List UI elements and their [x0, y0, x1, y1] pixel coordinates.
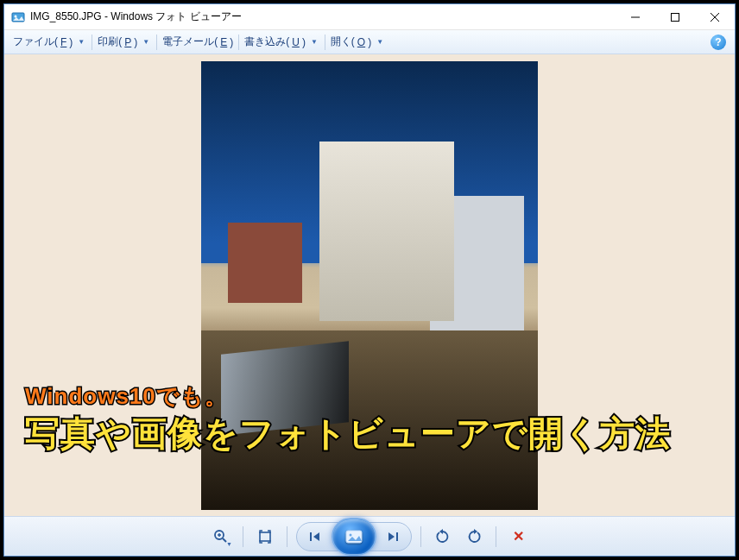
zoom-dropdown-icon: ▼ [226, 541, 232, 547]
menu-burn-dropdown-icon[interactable]: ▼ [309, 38, 323, 46]
next-button[interactable] [378, 524, 407, 550]
toolbar-separator [496, 526, 496, 547]
help-icon[interactable]: ? [711, 35, 726, 50]
menu-separator [92, 35, 92, 50]
menu-print[interactable]: 印刷(P) [94, 32, 141, 52]
window-title: IMG_8550.JPG - Windows フォト ビューアー [30, 9, 616, 24]
menu-file[interactable]: ファイル(F) [9, 32, 76, 52]
minimize-button[interactable] [616, 4, 655, 30]
titlebar: IMG_8550.JPG - Windows フォト ビューアー [4, 4, 735, 30]
fit-button[interactable] [252, 525, 278, 549]
photo-viewer-window: IMG_8550.JPG - Windows フォト ビューアー ファイル(F)… [3, 3, 736, 557]
svg-rect-3 [672, 14, 679, 22]
svg-rect-14 [396, 532, 398, 541]
toolbar-separator [287, 526, 287, 547]
previous-button[interactable] [300, 524, 330, 550]
menu-separator [238, 35, 239, 50]
maximize-button[interactable] [655, 4, 695, 30]
displayed-image [201, 61, 538, 510]
menu-burn[interactable]: 書き込み(U) [241, 32, 309, 52]
menu-separator [156, 35, 157, 50]
delete-icon: ✕ [513, 528, 524, 544]
delete-button[interactable]: ✕ [505, 525, 531, 549]
nav-group [296, 522, 412, 551]
rotate-ccw-button[interactable] [430, 525, 456, 549]
toolbar-separator [243, 526, 243, 547]
menu-email[interactable]: 電子メール(E) [159, 32, 237, 52]
window-controls [616, 4, 735, 29]
app-icon [11, 10, 25, 24]
menu-separator [325, 35, 325, 50]
svg-rect-11 [310, 532, 312, 541]
menu-print-dropdown-icon[interactable]: ▼ [141, 38, 155, 46]
svg-point-13 [350, 533, 352, 536]
slideshow-button[interactable] [332, 518, 376, 556]
bottom-toolbar: ▼ ✕ [4, 516, 735, 556]
toolbar-separator [420, 526, 421, 547]
zoom-button[interactable]: ▼ [208, 525, 234, 549]
menubar: ファイル(F)▼ 印刷(P)▼ 電子メール(E) 書き込み(U)▼ 開く(O)▼… [4, 30, 735, 54]
image-viewport: Windows10でも。 写真や画像をフォトビューアで開く方法 [4, 54, 735, 516]
svg-rect-10 [260, 532, 270, 541]
menu-file-dropdown-icon[interactable]: ▼ [76, 38, 90, 46]
menu-open-dropdown-icon[interactable]: ▼ [375, 38, 388, 46]
menu-open[interactable]: 開く(O) [327, 32, 375, 52]
close-button[interactable] [695, 4, 735, 30]
rotate-cw-button[interactable] [461, 525, 487, 549]
